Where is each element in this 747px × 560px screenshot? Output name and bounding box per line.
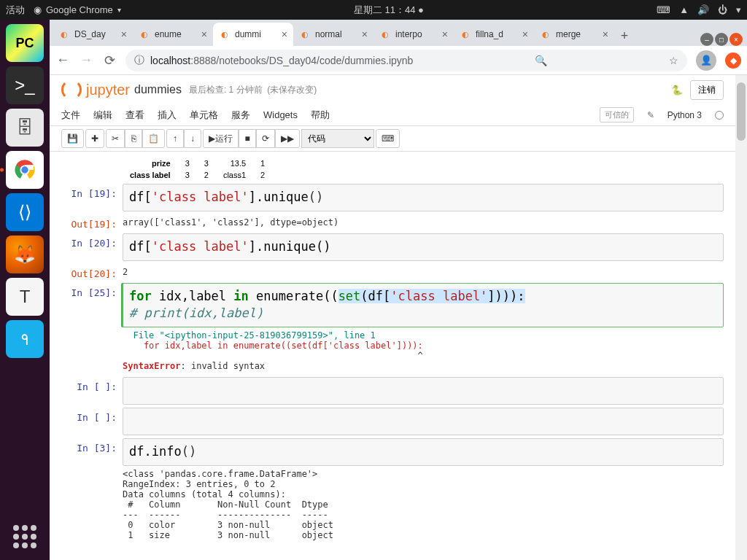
browser-tab[interactable]: ◐merge× xyxy=(534,23,614,46)
jupyter-favicon: ◐ xyxy=(460,28,471,40)
maximize-button[interactable]: □ xyxy=(715,33,728,46)
minimize-button[interactable]: – xyxy=(700,33,713,46)
kernel-name[interactable]: Python 3 xyxy=(667,110,702,120)
network-icon[interactable]: ▲ xyxy=(679,4,689,15)
bookmark-icon[interactable]: ☆ xyxy=(669,55,678,66)
forward-button[interactable]: → xyxy=(79,52,93,68)
close-icon[interactable]: × xyxy=(282,28,287,40)
code-cell[interactable]: In [20]: df['class label'].nunique() xyxy=(123,233,724,261)
output-prompt: Out[20]: xyxy=(57,264,123,280)
cell-type-select[interactable]: 代码 xyxy=(301,129,374,148)
close-icon[interactable]: × xyxy=(603,28,608,40)
gnome-top-bar: 活动 ◉ Google Chrome ▾ 星期二 11：44 ● ⌨ ▲ 🔊 ⏻… xyxy=(0,0,747,20)
power-icon[interactable]: ⏻ xyxy=(718,4,727,15)
menu-edit[interactable]: 编辑 xyxy=(93,109,112,122)
chevron-down-icon[interactable]: ▾ xyxy=(736,4,741,15)
dock-firefox[interactable]: 🦊 xyxy=(6,236,44,273)
dock-vscode[interactable]: ⟨⟩ xyxy=(6,193,44,231)
output-cell: Out[19]: array(['class1', 'class2'], dty… xyxy=(123,214,724,230)
close-icon[interactable]: × xyxy=(201,28,207,40)
url-input[interactable]: ⓘ localhost:8888/notebooks/DS_day04/code… xyxy=(125,50,687,71)
jupyter-favicon: ◐ xyxy=(379,28,391,40)
close-icon[interactable]: × xyxy=(442,28,448,40)
dock-files[interactable]: 🗄 xyxy=(6,109,44,147)
code-cell[interactable]: In [3]: df.info() <class 'pandas.core.fr… xyxy=(123,438,724,543)
dock-terminal[interactable]: >_ xyxy=(6,66,44,104)
close-icon[interactable]: × xyxy=(121,28,127,40)
move-up-button[interactable]: ↑ xyxy=(166,129,184,148)
restart-run-all-button[interactable]: ▶▶ xyxy=(275,129,300,148)
restart-button[interactable]: ⟳ xyxy=(256,129,275,148)
trusted-indicator[interactable]: 可信的 xyxy=(600,107,634,122)
dock-text-editor[interactable]: T xyxy=(6,278,44,316)
output-text: array(['class1', 'class2'], dtype=object… xyxy=(123,214,724,230)
save-button[interactable]: 💾 xyxy=(61,129,84,148)
kernel-indicator[interactable] xyxy=(715,111,724,120)
profile-avatar[interactable]: 👤 xyxy=(696,50,716,71)
code-input[interactable]: df['class label'].nunique() xyxy=(123,233,724,261)
code-input[interactable]: df['class label'].unique() xyxy=(123,184,724,211)
new-tab-button[interactable]: + xyxy=(614,26,635,46)
browser-tab-active[interactable]: ◐dummi× xyxy=(213,23,293,46)
window-title[interactable]: ◉ Google Chrome ▾ xyxy=(34,4,121,15)
browser-tab[interactable]: ◐normal× xyxy=(293,23,374,46)
dock-pycharm[interactable]: PC xyxy=(6,24,44,62)
search-icon[interactable]: 🔍 xyxy=(535,55,547,66)
jupyter-favicon: ◐ xyxy=(58,28,70,40)
code-cell[interactable]: In [ ]: xyxy=(123,408,724,435)
jupyter-logo-text: jupyter xyxy=(86,82,130,98)
scrollbar-thumb[interactable] xyxy=(737,82,746,141)
menu-cell[interactable]: 单元格 xyxy=(190,109,218,122)
show-apps-button[interactable] xyxy=(10,522,39,551)
menu-kernel[interactable]: 服务 xyxy=(231,109,250,122)
code-input[interactable]: df.info() xyxy=(123,438,724,466)
code-cell[interactable]: In [19]: df['class label'].unique() xyxy=(123,184,724,211)
add-cell-button[interactable]: ✚ xyxy=(85,129,104,148)
copy-button[interactable]: ⎘ xyxy=(125,129,142,148)
volume-icon[interactable]: 🔊 xyxy=(697,4,709,15)
menu-insert[interactable]: 插入 xyxy=(158,109,177,122)
browser-tab[interactable]: ◐fillna_d× xyxy=(454,23,534,46)
extension-icon[interactable]: ◆ xyxy=(725,52,741,69)
paste-button[interactable]: 📋 xyxy=(142,129,165,148)
menu-help[interactable]: 帮助 xyxy=(311,109,330,122)
code-cell[interactable]: In [ ]: xyxy=(123,377,724,405)
logout-button[interactable]: 注销 xyxy=(690,80,724,100)
code-input[interactable] xyxy=(123,408,724,435)
dock-chrome[interactable] xyxy=(6,151,44,189)
reload-button[interactable]: ⟳ xyxy=(102,52,117,69)
activities-button[interactable]: 活动 xyxy=(6,4,25,17)
back-button[interactable]: ← xyxy=(55,52,70,68)
tab-title: normal xyxy=(315,29,357,39)
app-title-text: Google Chrome xyxy=(46,4,113,15)
code-cell-selected[interactable]: In [25]: for idx,label in enumerate((set… xyxy=(123,283,724,375)
clock[interactable]: 星期二 11：44 ● xyxy=(354,4,424,15)
close-icon[interactable]: × xyxy=(522,28,528,40)
interrupt-button[interactable]: ■ xyxy=(239,129,256,148)
input-prompt: In [19]: xyxy=(57,184,123,211)
menu-file[interactable]: 文件 xyxy=(61,109,80,122)
pencil-icon[interactable]: ✎ xyxy=(647,110,654,120)
input-prompt: In [3]: xyxy=(57,438,123,543)
browser-tab[interactable]: ◐enume× xyxy=(133,23,213,46)
output-prompt: Out[19]: xyxy=(57,214,123,230)
browser-tab[interactable]: ◐DS_day× xyxy=(53,23,133,46)
browser-tab[interactable]: ◐interpo× xyxy=(374,23,454,46)
keyboard-indicator[interactable]: ⌨ xyxy=(657,4,670,15)
code-input[interactable] xyxy=(123,377,724,405)
notebook-name[interactable]: dummies xyxy=(134,83,182,96)
dock-app[interactable]: १ xyxy=(6,320,44,358)
code-input[interactable]: for idx,label in enumerate((set(df['clas… xyxy=(123,283,724,328)
close-icon[interactable]: × xyxy=(362,28,368,40)
jupyter-logo[interactable]: jupyter xyxy=(61,79,130,100)
run-button[interactable]: ▶ 运行 xyxy=(203,129,239,148)
menu-view[interactable]: 查看 xyxy=(125,109,144,122)
move-down-button[interactable]: ↓ xyxy=(184,129,201,148)
site-info-icon[interactable]: ⓘ xyxy=(134,54,144,67)
close-window-button[interactable]: × xyxy=(729,33,743,46)
vertical-scrollbar[interactable] xyxy=(735,75,747,560)
menu-widgets[interactable]: Widgets xyxy=(263,109,298,120)
cut-button[interactable]: ✂ xyxy=(106,129,125,148)
command-palette-button[interactable]: ⌨ xyxy=(376,129,400,148)
svg-point-2 xyxy=(20,166,28,174)
